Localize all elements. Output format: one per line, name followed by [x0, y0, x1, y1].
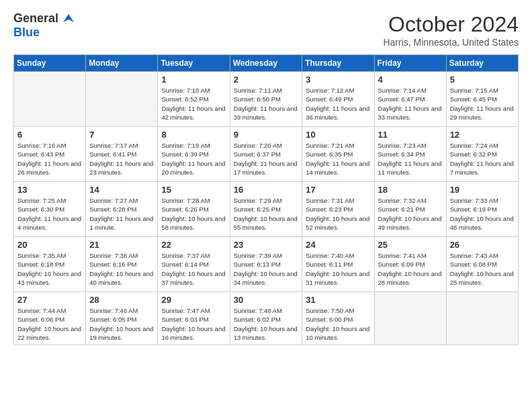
day-number: 4 [378, 75, 443, 85]
calendar-cell: 20Sunrise: 7:35 AMSunset: 6:18 PMDayligh… [14, 237, 86, 292]
weekday-header-wednesday: Wednesday [230, 55, 302, 72]
day-info: Sunrise: 7:37 AMSunset: 6:14 PMDaylight:… [161, 251, 226, 287]
day-number: 31 [306, 295, 370, 305]
day-number: 27 [17, 295, 82, 305]
calendar-cell: 30Sunrise: 7:48 AMSunset: 6:02 PMDayligh… [230, 292, 302, 345]
day-number: 8 [161, 130, 226, 140]
day-info: Sunrise: 7:35 AMSunset: 6:18 PMDaylight:… [17, 251, 82, 287]
day-number: 28 [89, 295, 154, 305]
calendar-cell: 11Sunrise: 7:23 AMSunset: 6:34 PMDayligh… [374, 127, 446, 182]
weekday-header-sunday: Sunday [14, 55, 86, 72]
weekday-header-monday: Monday [86, 55, 158, 72]
header: General Blue October 2024 Harris, Minnes… [13, 12, 519, 48]
calendar-cell: 25Sunrise: 7:41 AMSunset: 6:09 PMDayligh… [374, 237, 446, 292]
calendar: SundayMondayTuesdayWednesdayThursdayFrid… [13, 54, 519, 345]
calendar-cell: 3Sunrise: 7:12 AMSunset: 6:49 PMDaylight… [302, 72, 374, 127]
calendar-cell: 10Sunrise: 7:21 AMSunset: 6:35 PMDayligh… [302, 127, 374, 182]
day-number: 1 [161, 75, 226, 85]
calendar-cell: 19Sunrise: 7:33 AMSunset: 6:19 PMDayligh… [446, 182, 518, 237]
day-number: 19 [450, 185, 515, 195]
logo-blue-text: Blue [13, 26, 40, 39]
svg-marker-0 [63, 14, 74, 22]
week-row-5: 27Sunrise: 7:44 AMSunset: 6:06 PMDayligh… [14, 292, 519, 345]
calendar-cell: 6Sunrise: 7:16 AMSunset: 6:43 PMDaylight… [14, 127, 86, 182]
calendar-cell: 12Sunrise: 7:24 AMSunset: 6:32 PMDayligh… [446, 127, 518, 182]
calendar-cell: 21Sunrise: 7:36 AMSunset: 6:16 PMDayligh… [86, 237, 158, 292]
day-number: 9 [234, 130, 299, 140]
day-number: 3 [306, 75, 370, 85]
calendar-cell: 29Sunrise: 7:47 AMSunset: 6:03 PMDayligh… [158, 292, 230, 345]
weekday-header-row: SundayMondayTuesdayWednesdayThursdayFrid… [14, 55, 519, 72]
day-number: 13 [17, 185, 82, 195]
day-number: 5 [450, 75, 515, 85]
day-info: Sunrise: 7:15 AMSunset: 6:45 PMDaylight:… [450, 86, 515, 122]
day-info: Sunrise: 7:14 AMSunset: 6:47 PMDaylight:… [378, 86, 443, 122]
day-info: Sunrise: 7:44 AMSunset: 6:06 PMDaylight:… [17, 306, 82, 342]
day-info: Sunrise: 7:32 AMSunset: 6:21 PMDaylight:… [378, 196, 443, 232]
day-info: Sunrise: 7:23 AMSunset: 6:34 PMDaylight:… [378, 141, 443, 177]
day-number: 22 [161, 240, 226, 250]
calendar-cell: 4Sunrise: 7:14 AMSunset: 6:47 PMDaylight… [374, 72, 446, 127]
calendar-cell: 2Sunrise: 7:11 AMSunset: 6:50 PMDaylight… [230, 72, 302, 127]
weekday-header-thursday: Thursday [302, 55, 374, 72]
calendar-cell: 27Sunrise: 7:44 AMSunset: 6:06 PMDayligh… [14, 292, 86, 345]
weekday-header-saturday: Saturday [446, 55, 518, 72]
day-number: 20 [17, 240, 82, 250]
day-info: Sunrise: 7:21 AMSunset: 6:35 PMDaylight:… [306, 141, 370, 177]
day-info: Sunrise: 7:39 AMSunset: 6:13 PMDaylight:… [234, 251, 299, 287]
day-number: 2 [234, 75, 299, 85]
calendar-cell [374, 292, 446, 345]
weekday-header-tuesday: Tuesday [158, 55, 230, 72]
calendar-cell: 28Sunrise: 7:46 AMSunset: 6:05 PMDayligh… [86, 292, 158, 345]
week-row-4: 20Sunrise: 7:35 AMSunset: 6:18 PMDayligh… [14, 237, 519, 292]
calendar-cell [14, 72, 86, 127]
calendar-cell: 17Sunrise: 7:31 AMSunset: 6:23 PMDayligh… [302, 182, 374, 237]
day-info: Sunrise: 7:10 AMSunset: 6:52 PMDaylight:… [161, 86, 226, 122]
day-number: 30 [234, 295, 299, 305]
day-number: 18 [378, 185, 443, 195]
week-row-1: 1Sunrise: 7:10 AMSunset: 6:52 PMDaylight… [14, 72, 519, 127]
day-info: Sunrise: 7:16 AMSunset: 6:43 PMDaylight:… [17, 141, 82, 177]
day-number: 24 [306, 240, 370, 250]
calendar-cell: 31Sunrise: 7:50 AMSunset: 6:00 PMDayligh… [302, 292, 374, 345]
day-number: 16 [234, 185, 299, 195]
calendar-cell: 5Sunrise: 7:15 AMSunset: 6:45 PMDaylight… [446, 72, 518, 127]
location: Harris, Minnesota, United States [383, 37, 519, 48]
day-number: 10 [306, 130, 370, 140]
page: General Blue October 2024 Harris, Minnes… [0, 0, 532, 352]
calendar-cell: 8Sunrise: 7:19 AMSunset: 6:39 PMDaylight… [158, 127, 230, 182]
day-number: 15 [161, 185, 226, 195]
day-number: 26 [450, 240, 515, 250]
day-info: Sunrise: 7:19 AMSunset: 6:39 PMDaylight:… [161, 141, 226, 177]
day-info: Sunrise: 7:31 AMSunset: 6:23 PMDaylight:… [306, 196, 370, 232]
day-info: Sunrise: 7:17 AMSunset: 6:41 PMDaylight:… [89, 141, 154, 177]
day-info: Sunrise: 7:27 AMSunset: 6:28 PMDaylight:… [89, 196, 154, 232]
day-info: Sunrise: 7:12 AMSunset: 6:49 PMDaylight:… [306, 86, 370, 122]
day-number: 12 [450, 130, 515, 140]
day-info: Sunrise: 7:48 AMSunset: 6:02 PMDaylight:… [234, 306, 299, 342]
day-info: Sunrise: 7:11 AMSunset: 6:50 PMDaylight:… [234, 86, 299, 122]
day-number: 25 [378, 240, 443, 250]
calendar-cell: 24Sunrise: 7:40 AMSunset: 6:11 PMDayligh… [302, 237, 374, 292]
calendar-cell: 16Sunrise: 7:29 AMSunset: 6:25 PMDayligh… [230, 182, 302, 237]
day-info: Sunrise: 7:28 AMSunset: 6:26 PMDaylight:… [161, 196, 226, 232]
day-info: Sunrise: 7:50 AMSunset: 6:00 PMDaylight:… [306, 306, 370, 342]
logo: General Blue [13, 12, 74, 39]
day-number: 11 [378, 130, 443, 140]
day-info: Sunrise: 7:24 AMSunset: 6:32 PMDaylight:… [450, 141, 515, 177]
calendar-cell: 1Sunrise: 7:10 AMSunset: 6:52 PMDaylight… [158, 72, 230, 127]
day-info: Sunrise: 7:20 AMSunset: 6:37 PMDaylight:… [234, 141, 299, 177]
calendar-cell: 14Sunrise: 7:27 AMSunset: 6:28 PMDayligh… [86, 182, 158, 237]
day-info: Sunrise: 7:41 AMSunset: 6:09 PMDaylight:… [378, 251, 443, 287]
week-row-3: 13Sunrise: 7:25 AMSunset: 6:30 PMDayligh… [14, 182, 519, 237]
calendar-cell: 15Sunrise: 7:28 AMSunset: 6:26 PMDayligh… [158, 182, 230, 237]
title-area: October 2024 Harris, Minnesota, United S… [383, 12, 519, 48]
day-number: 6 [17, 130, 82, 140]
day-number: 7 [89, 130, 154, 140]
calendar-cell: 7Sunrise: 7:17 AMSunset: 6:41 PMDaylight… [86, 127, 158, 182]
calendar-cell [446, 292, 518, 345]
calendar-cell: 26Sunrise: 7:43 AMSunset: 6:08 PMDayligh… [446, 237, 518, 292]
calendar-cell: 13Sunrise: 7:25 AMSunset: 6:30 PMDayligh… [14, 182, 86, 237]
logo-general-text: General [13, 11, 58, 25]
week-row-2: 6Sunrise: 7:16 AMSunset: 6:43 PMDaylight… [14, 127, 519, 182]
